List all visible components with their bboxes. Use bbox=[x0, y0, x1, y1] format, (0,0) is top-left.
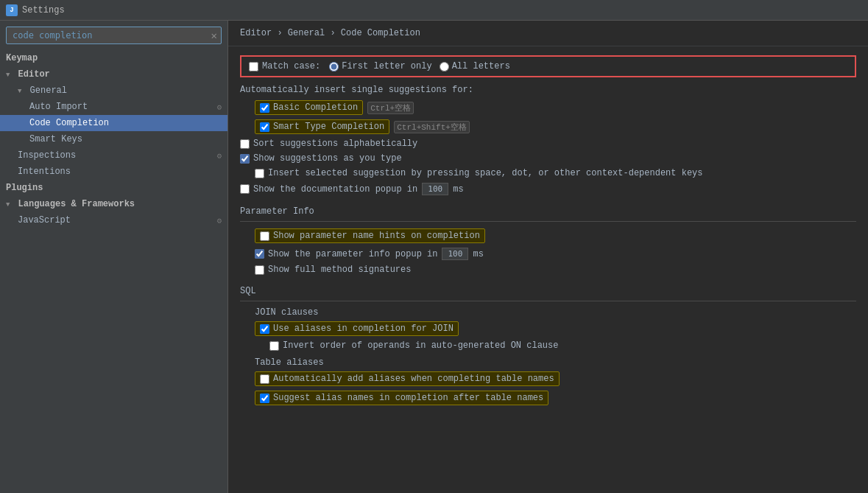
suggest-alias-names-option: Suggest alias names in completion after … bbox=[255, 391, 548, 405]
show-as-you-type-checkbox[interactable] bbox=[240, 154, 250, 164]
first-letter-radio[interactable] bbox=[329, 62, 339, 71]
match-case-checkbox-label[interactable]: Match case: bbox=[249, 61, 320, 71]
sidebar-item-languages-frameworks[interactable]: ▼ Languages & Frameworks bbox=[0, 196, 227, 212]
sidebar-item-inspections[interactable]: Inspections ⚙ bbox=[0, 147, 227, 164]
show-doc-popup-label[interactable]: Show the documentation popup in bbox=[240, 184, 417, 195]
triangle-icon: ▼ bbox=[6, 201, 10, 209]
use-aliases-checkbox[interactable] bbox=[260, 324, 269, 334]
content-area: Editor › General › Code Completion Match… bbox=[228, 21, 868, 493]
auto-add-aliases-checkbox[interactable] bbox=[260, 374, 269, 384]
suggest-alias-names-row: Suggest alias names in completion after … bbox=[255, 390, 856, 406]
show-doc-popup-row: Show the documentation popup in ms bbox=[240, 182, 856, 196]
smart-type-option: Smart Type Completion bbox=[255, 119, 389, 134]
all-letters-radio[interactable] bbox=[440, 62, 449, 71]
sidebar-item-javascript[interactable]: JavaScript ⚙ bbox=[0, 212, 227, 228]
basic-completion-checkbox[interactable] bbox=[260, 103, 269, 113]
app-icon: J bbox=[6, 4, 18, 16]
invert-order-label[interactable]: Invert order of operands in auto-generat… bbox=[269, 340, 558, 351]
show-full-sigs-checkbox[interactable] bbox=[255, 265, 264, 275]
sidebar-item-general[interactable]: ▼ General bbox=[0, 83, 227, 99]
match-case-row: Match case: First letter only All letter… bbox=[240, 55, 856, 77]
insert-by-space-label[interactable]: Insert selected suggestion by pressing s… bbox=[255, 168, 703, 178]
sidebar-item-intentions[interactable]: Intentions bbox=[0, 164, 227, 180]
insert-by-space-checkbox[interactable] bbox=[255, 169, 264, 178]
auto-add-aliases-row: Automatically add aliases when completin… bbox=[255, 371, 856, 387]
show-param-popup-checkbox[interactable] bbox=[255, 249, 264, 259]
show-param-hints-checkbox[interactable] bbox=[260, 231, 269, 241]
show-param-popup-row: Show the parameter info popup in ms bbox=[255, 247, 856, 261]
search-input[interactable] bbox=[6, 27, 222, 44]
settings-icon: ⚙ bbox=[216, 216, 222, 225]
search-close-icon[interactable]: ✕ bbox=[211, 29, 217, 42]
main-layout: ✕ Keymap ▼ Editor ▼ General Auto Import … bbox=[0, 21, 868, 493]
settings-icon: ⚙ bbox=[216, 151, 222, 161]
divider bbox=[240, 221, 856, 222]
sidebar-item-smart-keys[interactable]: Smart Keys bbox=[0, 131, 227, 147]
basic-completion-row: Basic Completion Ctrl+空格 bbox=[255, 99, 856, 116]
show-param-hints-row: Show parameter name hints on completion bbox=[255, 228, 856, 244]
param-info-header: Parameter Info bbox=[240, 206, 856, 217]
smart-type-row: Smart Type Completion Ctrl+Shift+空格 bbox=[255, 119, 856, 135]
show-as-you-type-label[interactable]: Show suggestions as you type bbox=[240, 153, 402, 164]
invert-order-row: Invert order of operands in auto-generat… bbox=[269, 340, 856, 352]
show-doc-popup-ms-input[interactable] bbox=[422, 183, 448, 195]
auto-insert-label: Automatically insert single suggestions … bbox=[240, 85, 856, 95]
all-letters-radio-label[interactable]: All letters bbox=[440, 61, 510, 71]
breadcrumb: Editor › General › Code Completion bbox=[228, 21, 868, 46]
sidebar-item-auto-import[interactable]: Auto Import ⚙ bbox=[0, 99, 227, 115]
show-full-sigs-row: Show full method signatures bbox=[255, 264, 856, 276]
basic-completion-option: Basic Completion bbox=[255, 100, 363, 115]
sort-alpha-label[interactable]: Sort suggestions alphabetically bbox=[240, 139, 417, 149]
use-aliases-option: Use aliases in completion for JOIN bbox=[255, 321, 459, 336]
match-case-radio-group: First letter only All letters bbox=[329, 61, 510, 71]
use-aliases-row: Use aliases in completion for JOIN bbox=[255, 321, 856, 337]
smart-type-checkbox[interactable] bbox=[260, 122, 269, 132]
show-doc-popup-checkbox[interactable] bbox=[240, 184, 250, 194]
title-bar: J Settings bbox=[0, 0, 868, 21]
sql-header: SQL bbox=[240, 286, 856, 296]
invert-order-checkbox[interactable] bbox=[269, 341, 279, 351]
sort-alpha-row: Sort suggestions alphabetically bbox=[240, 138, 856, 150]
sidebar-item-code-completion[interactable]: Code Completion bbox=[0, 115, 227, 131]
triangle-icon: ▼ bbox=[6, 71, 10, 79]
show-param-popup-label[interactable]: Show the parameter info popup in bbox=[255, 249, 437, 259]
settings-icon: ⚙ bbox=[216, 102, 222, 112]
show-param-popup-ms-input[interactable] bbox=[442, 248, 468, 260]
smart-type-kbd: Ctrl+Shift+空格 bbox=[394, 121, 470, 133]
sidebar-item-editor[interactable]: ▼ Editor bbox=[0, 66, 227, 83]
auto-add-aliases-option: Automatically add aliases when completin… bbox=[255, 371, 560, 386]
show-full-sigs-label[interactable]: Show full method signatures bbox=[255, 265, 411, 275]
sidebar: ✕ Keymap ▼ Editor ▼ General Auto Import … bbox=[0, 21, 228, 493]
settings-body: Match case: First letter only All letter… bbox=[228, 46, 868, 418]
first-letter-radio-label[interactable]: First letter only bbox=[329, 61, 431, 71]
search-box: ✕ bbox=[6, 27, 222, 44]
show-as-you-type-row: Show suggestions as you type bbox=[240, 153, 856, 164]
sidebar-item-plugins[interactable]: Plugins bbox=[0, 180, 227, 196]
insert-by-space-row: Insert selected suggestion by pressing s… bbox=[255, 167, 856, 179]
triangle-icon: ▼ bbox=[18, 88, 21, 95]
suggest-alias-names-checkbox[interactable] bbox=[260, 394, 269, 403]
sort-alpha-checkbox[interactable] bbox=[240, 139, 250, 149]
divider-sql bbox=[240, 301, 856, 301]
table-aliases-header: Table aliases bbox=[255, 357, 856, 368]
join-clauses-header: JOIN clauses bbox=[255, 307, 856, 318]
window-title: Settings bbox=[22, 5, 65, 15]
match-case-checkbox[interactable] bbox=[249, 62, 258, 71]
basic-completion-kbd: Ctrl+空格 bbox=[367, 102, 414, 114]
show-param-hints-option: Show parameter name hints on completion bbox=[255, 228, 485, 243]
sidebar-item-keymap[interactable]: Keymap bbox=[0, 50, 227, 66]
